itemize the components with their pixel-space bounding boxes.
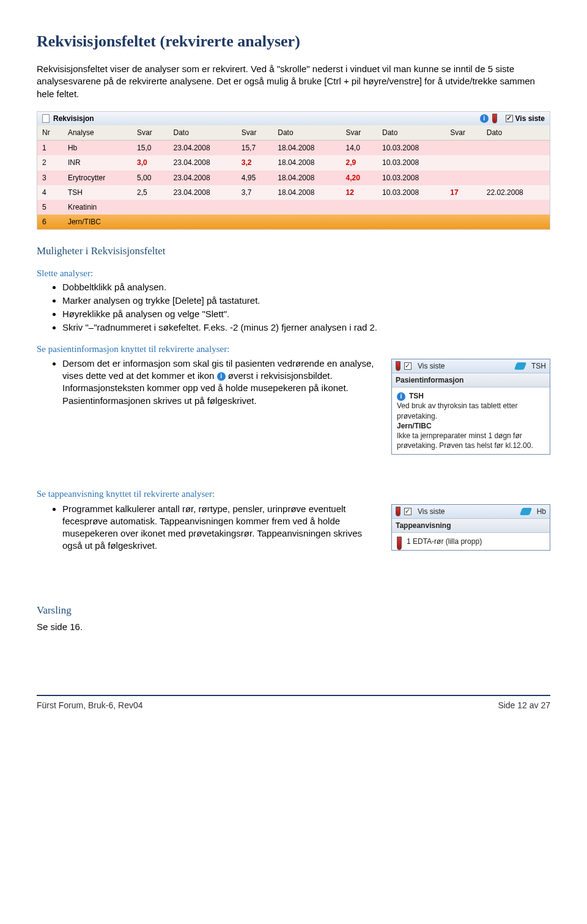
panel-title: Rekvisisjon bbox=[53, 114, 94, 123]
table-cell bbox=[341, 215, 378, 229]
callout-body-text: Ikke ta jernpreparater minst 1 døgn før … bbox=[397, 431, 533, 450]
table-row[interactable]: 2INR3,023.04.20083,218.04.20082,910.03.2… bbox=[37, 155, 550, 170]
table-cell: Kreatinin bbox=[63, 200, 132, 215]
info-icon[interactable]: i bbox=[480, 114, 489, 123]
tappe-list: Programmet kalkulerer antall rør, rørtyp… bbox=[37, 503, 382, 552]
footer-right: Side 12 av 27 bbox=[498, 700, 550, 711]
table-cell: 3,2 bbox=[237, 155, 273, 170]
callout-body-text: 1 EDTA-rør (lilla propp) bbox=[407, 537, 482, 546]
column-header: Dato bbox=[273, 125, 341, 141]
table-cell: 3,0 bbox=[132, 155, 169, 170]
table-cell bbox=[237, 215, 273, 229]
table-cell bbox=[132, 200, 169, 215]
table-cell bbox=[445, 200, 482, 215]
table-cell bbox=[377, 200, 445, 215]
table-cell bbox=[169, 200, 237, 215]
column-header: Dato bbox=[169, 125, 237, 141]
info-icon: i bbox=[397, 392, 405, 401]
vis-siste-label: Vis siste bbox=[418, 507, 445, 516]
table-row[interactable]: 3Erytrocytter5,0023.04.20084,9518.04.200… bbox=[37, 170, 550, 185]
table-cell: TSH bbox=[63, 185, 132, 200]
callout-body: i TSH Ved bruk av thyroksin tas tablett … bbox=[392, 387, 550, 454]
vis-siste-checkbox[interactable] bbox=[506, 115, 513, 122]
table-cell: 23.04.2008 bbox=[169, 185, 237, 200]
table-cell bbox=[482, 155, 550, 170]
table-cell: 15,7 bbox=[237, 141, 273, 156]
table-cell: 23.04.2008 bbox=[169, 155, 237, 170]
callout-body-text: Ved bruk av thyroksin tas tablett etter … bbox=[397, 402, 517, 420]
rekvisisjon-panel: Rekvisisjon i Vis siste NrAnalyseSvarDat… bbox=[37, 111, 550, 230]
slette-heading: Slette analyser: bbox=[37, 267, 550, 279]
callout-tag: TSH bbox=[531, 361, 546, 371]
info-icon: i bbox=[217, 372, 226, 381]
document-icon bbox=[42, 114, 50, 123]
list-item: Høyreklikke på analysen og velge "Slett"… bbox=[62, 308, 550, 320]
column-header: Analyse bbox=[63, 125, 132, 141]
column-header: Dato bbox=[482, 125, 550, 141]
table-cell: INR bbox=[63, 155, 132, 170]
callout-title: Tappeanvisning bbox=[392, 519, 550, 533]
callout-tag: Hb bbox=[537, 507, 546, 516]
pasientinfo-callout: Vis siste TSH Pasientinformasjon i TSH V… bbox=[391, 359, 550, 455]
slette-list: Dobbeltklikk på analysen.Marker analysen… bbox=[37, 281, 550, 334]
tube-icon[interactable] bbox=[492, 114, 497, 123]
table-cell: 3,7 bbox=[237, 185, 273, 200]
tube-icon bbox=[396, 361, 401, 371]
tag-icon bbox=[519, 508, 531, 515]
table-cell: 23.04.2008 bbox=[169, 170, 237, 185]
table-cell bbox=[377, 215, 445, 229]
table-cell bbox=[237, 200, 273, 215]
tube-icon bbox=[397, 537, 402, 550]
table-row[interactable]: 4TSH2,523.04.20083,718.04.20081210.03.20… bbox=[37, 185, 550, 200]
list-item: Dobbeltklikk på analysen. bbox=[62, 281, 550, 293]
table-cell: 4,20 bbox=[341, 170, 378, 185]
table-cell: 18.04.2008 bbox=[273, 141, 341, 156]
column-header: Svar bbox=[237, 125, 273, 141]
table-cell: Erytrocytter bbox=[63, 170, 132, 185]
table-cell: 17 bbox=[445, 185, 482, 200]
tappe-heading: Se tappeanvisning knyttet til rekvirerte… bbox=[37, 488, 550, 500]
callout-body: 1 EDTA-rør (lilla propp) bbox=[392, 533, 550, 550]
table-row[interactable]: 6Jern/TIBC bbox=[37, 215, 550, 229]
muligheter-heading: Muligheter i Rekvisisjonsfeltet bbox=[37, 244, 550, 258]
table-row[interactable]: 5Kreatinin bbox=[37, 200, 550, 215]
list-item: Marker analysen og trykke [Delete] på ta… bbox=[62, 295, 550, 307]
table-cell bbox=[132, 215, 169, 229]
table-cell: 2 bbox=[37, 155, 63, 170]
tappe-callout: Vis siste Hb Tappeanvisning 1 EDTA-rør (… bbox=[391, 504, 550, 551]
column-header: Svar bbox=[341, 125, 378, 141]
table-cell bbox=[482, 170, 550, 185]
tube-icon bbox=[396, 507, 401, 516]
column-header: Dato bbox=[377, 125, 445, 141]
table-cell bbox=[273, 200, 341, 215]
table-cell: 10.03.2008 bbox=[377, 185, 445, 200]
vis-siste-checkbox[interactable] bbox=[404, 362, 412, 370]
table-cell bbox=[445, 155, 482, 170]
pasientinfo-heading: Se pasientinformasjon knyttet til rekvir… bbox=[37, 343, 550, 355]
panel-header: Rekvisisjon i Vis siste bbox=[37, 112, 550, 125]
vis-siste-label: Vis siste bbox=[418, 361, 445, 371]
table-cell: 12 bbox=[341, 185, 378, 200]
list-item: Skriv "–"radnummeret i søkefeltet. F.eks… bbox=[62, 321, 550, 334]
table-cell bbox=[482, 141, 550, 156]
vis-siste-label: Vis siste bbox=[515, 114, 545, 123]
table-row[interactable]: 1Hb15,023.04.200815,718.04.200814,010.03… bbox=[37, 141, 550, 156]
callout-title: Pasientinformasjon bbox=[392, 373, 550, 387]
table-cell bbox=[169, 215, 237, 229]
table-cell: 4 bbox=[37, 185, 63, 200]
table-cell bbox=[445, 170, 482, 185]
table-cell bbox=[341, 200, 378, 215]
table-cell bbox=[273, 215, 341, 229]
varsling-text: Se side 16. bbox=[37, 621, 550, 633]
table-cell: 15,0 bbox=[132, 141, 169, 156]
table-cell: 4,95 bbox=[237, 170, 273, 185]
table-cell: 5,00 bbox=[132, 170, 169, 185]
page-title: Rekvisisjonsfeltet (rekvirerte analyser) bbox=[37, 31, 550, 52]
table-cell: 1 bbox=[37, 141, 63, 156]
table-cell: 3 bbox=[37, 170, 63, 185]
vis-siste-checkbox[interactable] bbox=[404, 508, 412, 515]
table-cell bbox=[445, 141, 482, 156]
page-footer: Fürst Forum, Bruk-6, Rev04 Side 12 av 27 bbox=[37, 695, 550, 711]
table-cell: 10.03.2008 bbox=[377, 170, 445, 185]
rekvisisjon-table: NrAnalyseSvarDatoSvarDatoSvarDatoSvarDat… bbox=[37, 125, 550, 229]
